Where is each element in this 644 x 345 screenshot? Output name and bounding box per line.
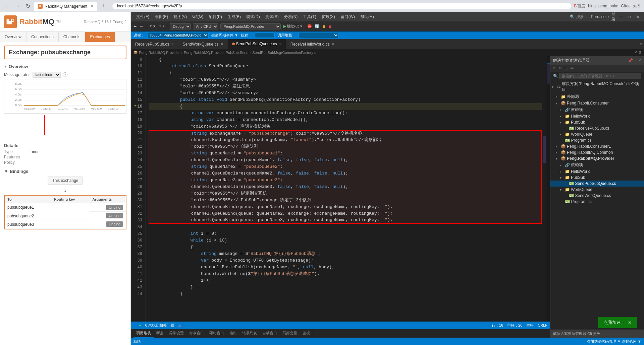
se-preview-btn[interactable]: 👁 (569, 65, 575, 71)
vs-menu-item[interactable]: 分析(N) (281, 13, 301, 21)
vs-menu-item[interactable]: 项目(P) (206, 13, 225, 21)
bindings-label[interactable]: ▼Bindings (4, 169, 126, 174)
unbind-btn[interactable]: Unbind (106, 221, 123, 227)
se-solution-root[interactable]: ▾🗂解决方案 'Peng.RabbitMQ.Console' (4 个项目 (550, 80, 644, 93)
se-tree-node[interactable]: ▸🔗依赖项 (550, 161, 644, 168)
toolbar-icon-pause[interactable]: ⏸ (321, 23, 327, 29)
se-pin-btn[interactable]: 📌 (628, 58, 633, 63)
vs-login-btn[interactable]: 登录 (611, 12, 615, 22)
toolbar-forward[interactable]: ➡ (139, 23, 144, 29)
process-dropdown[interactable]: [36364] Peng.RabbitMQ.Provid (147, 32, 209, 38)
breadcrumb-2[interactable]: Peng.RabbitMQ.Provider.PubSub.Send (184, 51, 249, 55)
vs-menu-item[interactable]: 帮助(H) (358, 13, 377, 21)
expander-icon[interactable]: ▾ (556, 101, 560, 105)
vs-menu-item[interactable]: 扩展(X) (319, 13, 338, 21)
nav-overview[interactable]: Overview (0, 32, 26, 42)
se-tree-node[interactable]: ▸📁WorkQueue (550, 131, 644, 137)
tab-close-btn[interactable]: ✕ (332, 42, 334, 46)
expander-icon[interactable]: ▾ (560, 188, 564, 192)
bookmark-bing[interactable]: bing (588, 4, 596, 8)
tab-options-btn[interactable]: ≡ (638, 39, 644, 49)
expander-icon[interactable]: ▸ (556, 95, 560, 98)
bookmark-zhihu[interactable]: 知乎 (633, 3, 641, 9)
close-icon[interactable]: ✕ (635, 14, 641, 19)
se-minimize-btn[interactable]: ─ (634, 58, 637, 63)
toolbar-icon-stop[interactable]: ⏹ (327, 23, 333, 29)
vs-menu-item[interactable]: 编辑(E) (152, 13, 171, 21)
bottom-tab[interactable]: 调用堆栈 (133, 329, 154, 338)
new-tab-btn[interactable]: + (99, 1, 108, 11)
address-bar[interactable] (112, 3, 571, 9)
toolbar-icon-1[interactable]: ⛔ (306, 23, 313, 29)
expander-icon[interactable]: ▸ (556, 145, 560, 148)
unbind-btn[interactable]: Unbind (106, 205, 123, 210)
expander-icon[interactable]: ▾ (556, 157, 560, 160)
vs-menu-item[interactable]: 调试(D) (244, 13, 263, 21)
minimize-btn[interactable]: ─ (618, 14, 624, 19)
se-tree-node[interactable]: ▸📁HelloWorld (550, 113, 644, 119)
bottom-tab[interactable]: 输出 (227, 329, 239, 338)
bottom-tab[interactable]: 错误列表 (239, 329, 260, 338)
se-tree-node[interactable]: C#Program.cs (550, 137, 644, 143)
breadcrumb-1[interactable]: Peng.RabbitMQ.Provider (139, 51, 180, 55)
se-tree-node[interactable]: C#ReceivePubSub.cs (550, 125, 644, 131)
message-rates-dropdown[interactable]: last minute (33, 72, 61, 78)
vs-editor-tab[interactable]: ReceivePubSub.cs✕ (131, 39, 178, 49)
breadcrumb-3[interactable]: SendPubSubMsg(ConnectionFactory c (252, 51, 316, 55)
expander-icon[interactable]: ▸ (556, 151, 560, 154)
se-tree-node[interactable]: ▾📦Peng.Rabbit.Consumer (550, 100, 644, 106)
expander-icon[interactable]: ▸ (560, 133, 564, 136)
se-tree-node[interactable]: ▸🔗依赖项 (550, 106, 644, 113)
cpu-dropdown[interactable]: Any CPU (193, 23, 218, 29)
se-git-status[interactable]: 解决方案资源管理器 Git 更改 (553, 331, 600, 336)
bookmark-peng[interactable]: peng_boke (598, 4, 618, 8)
expander-icon[interactable]: ▸ (560, 163, 564, 167)
vs-menu-item[interactable]: Git(G) (190, 13, 206, 21)
se-tree-node[interactable]: ▾📁WorkQueue (550, 187, 644, 193)
se-filter-btn[interactable]: ⊞ (564, 65, 569, 71)
vs-menu-item[interactable]: 窗口(W) (338, 13, 358, 21)
se-tree-node[interactable]: ▾📁PubSub (550, 119, 644, 125)
tab-close-btn[interactable]: ✕ (171, 42, 174, 46)
code-content-area[interactable]: { internal class SendPubSubQueue { "colo… (146, 56, 542, 322)
se-tree-node[interactable]: ▸📦Peng.RabbitMQ.Common (550, 149, 644, 155)
se-tree-node[interactable]: ▾📦Peng.RabbitMQ.Provider (550, 155, 644, 161)
vs-menu-item[interactable]: 视图(V) (171, 13, 190, 21)
se-tree-node[interactable]: ▸📁外部源 (550, 93, 644, 100)
vs-menu-item[interactable]: 文件(F) (133, 13, 152, 21)
source-control-btn[interactable]: 添加到源代码管理 ▼ 选择仓库 ▼ (587, 339, 641, 344)
vs-menu-item[interactable]: 工具(T) (300, 13, 319, 21)
bottom-tab[interactable]: 命令窗口 (186, 329, 207, 338)
tab-close-btn[interactable]: ✕ (279, 42, 282, 46)
close-editors-btn[interactable]: ✕ (634, 50, 637, 55)
bottom-tab[interactable]: 监视 1 (300, 329, 316, 338)
browser-refresh-btn[interactable]: ↻ (24, 2, 32, 10)
tab-close-btn[interactable]: ✕ (221, 42, 223, 46)
toast-close-btn[interactable]: ✕ (628, 320, 632, 325)
bookmark-gitee[interactable]: Gitee (621, 4, 631, 8)
toolbar-undo[interactable]: ↶ ▾ (148, 23, 157, 29)
se-tree-node[interactable]: C#Program.cs (550, 199, 644, 205)
split-editor-btn[interactable]: ⧉ (639, 50, 641, 55)
toolbar-icon-2[interactable]: 🔄 (314, 23, 320, 29)
bottom-tab[interactable]: 异常设置 (166, 329, 186, 338)
code-scrollbar[interactable] (542, 56, 547, 322)
se-tree-node[interactable]: ▸📁HelloWorld (550, 168, 644, 175)
vs-editor-tab[interactable]: SendWorkQueue.cs✕ (178, 39, 227, 49)
nav-exchanges[interactable]: Exchanges (85, 32, 115, 42)
se-tree-node[interactable]: ▸📦Peng.Rabbit.Consumer1 (550, 143, 644, 149)
expander-icon[interactable]: ▾ (560, 176, 564, 180)
se-props-btn[interactable]: ⚙ (557, 65, 563, 71)
se-sync-btn[interactable]: ⟳ (552, 65, 557, 71)
vs-editor-tab[interactable]: SendPubSubQueue.cs✕ (228, 39, 286, 49)
browser-forward-btn[interactable]: → (13, 2, 22, 10)
this-exchange-btn[interactable]: This exchange (48, 177, 83, 185)
vs-menu-item[interactable]: 生成(B) (225, 13, 244, 21)
vs-menu-item[interactable]: 测试(S) (263, 13, 281, 21)
se-search-input[interactable] (559, 73, 641, 79)
overview-section-header[interactable]: ▼ Overview (4, 64, 126, 69)
se-tree-node[interactable]: C#SendPubSubQueue.cs (550, 181, 644, 187)
maximize-btn[interactable]: □ (627, 14, 632, 19)
expander-icon[interactable]: ▸ (560, 170, 564, 174)
continue-btn[interactable]: ▶ 继续(C) ▾ (281, 23, 304, 29)
